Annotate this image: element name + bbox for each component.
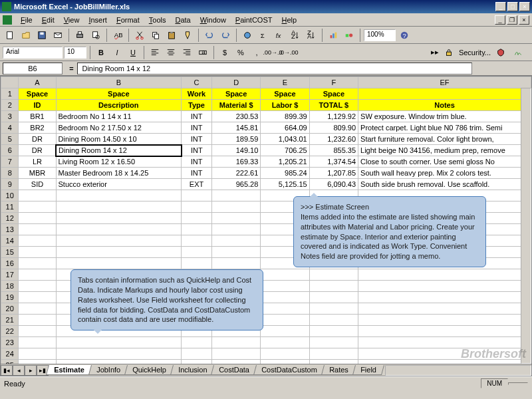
menu-paintcost[interactable]: PaintCOST xyxy=(231,15,277,25)
mdi-close-button[interactable]: × xyxy=(519,15,529,25)
header-cell[interactable]: Notes xyxy=(358,100,531,111)
cell-C4[interactable]: INT xyxy=(182,122,212,134)
cell-EF5[interactable]: Start furniture removal. Color light bro… xyxy=(358,134,531,145)
cell-D9[interactable]: 965.28 xyxy=(211,179,260,190)
new-button[interactable] xyxy=(3,28,17,43)
cell-C7[interactable]: INT xyxy=(182,156,212,168)
cell-A9[interactable]: SID xyxy=(19,179,56,190)
cell-A8[interactable]: MBR xyxy=(19,168,56,179)
percent-button[interactable]: % xyxy=(233,45,248,60)
email-button[interactable] xyxy=(51,28,65,43)
tab-prev-button[interactable]: ◂ xyxy=(13,365,25,376)
cell-B5[interactable]: Dining Room 14.50 x 10 xyxy=(56,134,182,145)
function-button[interactable]: fx xyxy=(272,28,287,43)
cell-A23[interactable] xyxy=(19,337,56,348)
cell-EF24[interactable] xyxy=(358,348,531,360)
cell-B11[interactable] xyxy=(56,201,182,213)
row-header-1[interactable]: 1 xyxy=(1,88,19,100)
comma-button[interactable]: , xyxy=(249,45,264,60)
header-cell[interactable]: Space xyxy=(211,88,260,100)
row-header-22[interactable]: 22 xyxy=(1,326,19,337)
autosum-button[interactable]: Σ xyxy=(256,28,271,43)
expand-toolbar-icon[interactable]: ▸▸ xyxy=(431,48,439,57)
cell-EF3[interactable]: SW exposure. Window trim blue. xyxy=(358,111,531,122)
cell-C10[interactable] xyxy=(182,190,212,201)
header-cell[interactable]: Labor $ xyxy=(261,100,309,111)
undo-button[interactable] xyxy=(202,28,217,43)
spelling-button[interactable]: AB xyxy=(110,28,125,43)
cell-F20[interactable] xyxy=(309,303,358,315)
cell-B16[interactable] xyxy=(56,258,182,269)
cell-D16[interactable] xyxy=(211,258,260,269)
row-header-16[interactable]: 16 xyxy=(1,258,19,269)
sort-asc-button[interactable]: AZ xyxy=(288,28,303,43)
align-center-button[interactable] xyxy=(164,45,178,60)
cell-C8[interactable]: INT xyxy=(182,168,212,179)
cell-B4[interactable]: Bedroom No 2 17.50 x 12 xyxy=(56,122,182,134)
row-header-15[interactable]: 15 xyxy=(1,247,19,258)
cell-EF4[interactable]: Protect carpet. Light blue N0 786 trim. … xyxy=(358,122,531,134)
vertical-scrollbar[interactable] xyxy=(521,88,531,364)
sheet-tab-costdatacustom[interactable]: CostDataCustom xyxy=(253,365,325,375)
cell-F19[interactable] xyxy=(309,292,358,303)
font-name-dropdown[interactable]: Arial xyxy=(3,47,63,59)
row-header-8[interactable]: 8 xyxy=(1,168,19,179)
cell-C15[interactable] xyxy=(182,247,212,258)
minimize-button[interactable]: _ xyxy=(495,2,506,11)
sheet-tab-jobinfo[interactable]: JobInfo xyxy=(88,365,128,375)
sheet-tab-quickhelp[interactable]: QuickHelp xyxy=(124,365,174,375)
cell-B9[interactable]: Stucco exterior xyxy=(56,179,182,190)
cell-B10[interactable] xyxy=(56,190,182,201)
sheet-tab-estimate[interactable]: Estimate xyxy=(46,365,92,375)
cell-C3[interactable]: INT xyxy=(182,111,212,122)
header-cell[interactable]: Space xyxy=(309,88,358,100)
horizontal-scrollbar[interactable] xyxy=(385,365,531,376)
macro-security-button[interactable] xyxy=(493,45,508,60)
cell-B13[interactable] xyxy=(56,224,182,235)
cell-A3[interactable]: BR1 xyxy=(19,111,56,122)
mdi-minimize-button[interactable]: _ xyxy=(495,15,505,25)
cell-E6[interactable]: 706.25 xyxy=(261,145,309,156)
row-header-5[interactable]: 5 xyxy=(1,134,19,145)
currency-button[interactable]: $ xyxy=(217,45,232,60)
cell-E24[interactable] xyxy=(261,348,309,360)
cell-B8[interactable]: Master Bedroom 18 x 14.25 xyxy=(56,168,182,179)
cell-C5[interactable]: INT xyxy=(182,134,212,145)
decrease-decimal-button[interactable]: .0→.00 xyxy=(281,45,296,60)
cell-B24[interactable] xyxy=(56,348,182,360)
cell-E17[interactable] xyxy=(261,269,309,281)
cell-A13[interactable] xyxy=(19,224,56,235)
cell-EF23[interactable] xyxy=(358,337,531,348)
cell-A5[interactable]: DR xyxy=(19,134,56,145)
cell-EF21[interactable] xyxy=(358,315,531,326)
cell-E7[interactable]: 1,205.21 xyxy=(261,156,309,168)
cell-D13[interactable] xyxy=(211,224,260,235)
cell-E20[interactable] xyxy=(261,303,309,315)
row-header-9[interactable]: 9 xyxy=(1,179,19,190)
cell-A10[interactable] xyxy=(19,190,56,201)
cell-A7[interactable]: LR xyxy=(19,156,56,168)
sheet-tab-costdata[interactable]: CostData xyxy=(211,365,257,375)
cell-A4[interactable]: BR2 xyxy=(19,122,56,134)
print-preview-button[interactable] xyxy=(88,28,103,43)
paste-button[interactable] xyxy=(164,28,179,43)
header-cell[interactable]: Space xyxy=(19,88,56,100)
row-header-17[interactable]: 17 xyxy=(1,269,19,281)
cell-C11[interactable] xyxy=(182,201,212,213)
cell-A18[interactable] xyxy=(19,281,56,292)
cell-F7[interactable]: 1,374.54 xyxy=(309,156,358,168)
tab-first-button[interactable]: ▮◂ xyxy=(1,365,13,376)
row-header-3[interactable]: 3 xyxy=(1,111,19,122)
cell-C6[interactable]: INT xyxy=(182,145,212,156)
cell-A6[interactable]: DR xyxy=(19,145,56,156)
cell-F8[interactable]: 1,207.85 xyxy=(309,168,358,179)
cut-button[interactable] xyxy=(132,28,147,43)
formula-input[interactable]: Dining Room 14 x 12 xyxy=(77,63,472,74)
cell-B3[interactable]: Bedroom No 1 14 x 11 xyxy=(56,111,182,122)
sheet-tab-field[interactable]: Field xyxy=(352,365,384,375)
cell-F21[interactable] xyxy=(309,315,358,326)
header-cell[interactable]: Material $ xyxy=(211,100,260,111)
mdi-restore-button[interactable]: ❐ xyxy=(507,15,517,25)
italic-button[interactable]: I xyxy=(110,45,124,60)
menu-tools[interactable]: Tools xyxy=(144,15,171,25)
